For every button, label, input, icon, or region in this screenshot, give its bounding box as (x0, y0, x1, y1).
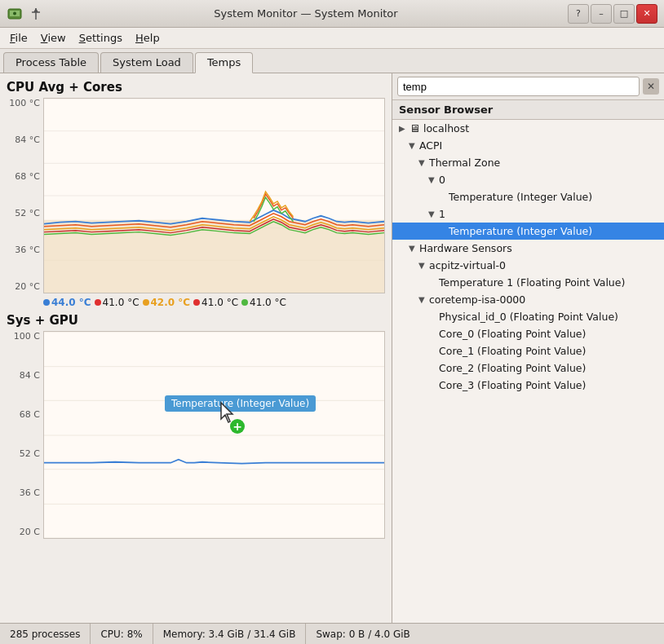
svg-rect-15 (44, 332, 384, 538)
tree-tz-0[interactable]: ▼ 0 (392, 171, 664, 188)
svg-marker-23 (221, 403, 232, 422)
tab-system-load[interactable]: System Load (100, 52, 193, 73)
temperature-tooltip: Temperature (Integer Value) (165, 395, 316, 412)
tree-physical-id[interactable]: Physical_id_0 (Floating Point Value) (392, 308, 664, 325)
menu-help[interactable]: Help (129, 30, 166, 46)
legend-dot-c2 (143, 299, 149, 306)
tree-acpitz-temp1[interactable]: Temperature 1 (Floating Point Value) (392, 274, 664, 291)
sys-y-axis: 100 C 84 C 68 C 52 C 36 C 20 C (7, 331, 43, 539)
legend-dot-c1 (95, 299, 101, 306)
legend-c2: 42.0 °C (143, 297, 191, 308)
menubar: File View Settings Help (0, 28, 664, 49)
expand-icon-acpi: ▼ (409, 141, 417, 150)
minimize-button[interactable]: – (591, 4, 612, 24)
titlebar: System Monitor — System Monitor ? – □ ✕ (0, 0, 664, 28)
expand-icon-coretemp: ▼ (418, 295, 427, 304)
pin-icon[interactable] (28, 6, 44, 22)
status-cpu: CPU: 8% (91, 624, 153, 644)
tree-acpitz-label: acpitz-virtual-0 (429, 259, 506, 271)
memory-label: Memory: 3.4 GiB / 31.4 GiB (163, 629, 296, 640)
expand-icon-localhost: ▶ (399, 124, 407, 133)
search-clear-button[interactable]: ✕ (643, 78, 659, 95)
expand-icon-tz1: ▼ (428, 210, 436, 218)
tree-tz-1[interactable]: ▼ 1 (392, 205, 664, 223)
tab-process-table[interactable]: Process Table (3, 52, 99, 73)
tree-acpitz[interactable]: ▼ acpitz-virtual-0 (392, 257, 664, 274)
tree-acpi-label: ACPI (419, 139, 442, 152)
legend-dot-c3 (193, 299, 200, 306)
tree-coretemp-label: coretemp-isa-0000 (429, 293, 525, 306)
tree-thermal-zone[interactable]: ▼ Thermal Zone (392, 154, 664, 171)
statusbar: 285 processes CPU: 8% Memory: 3.4 GiB / … (0, 623, 664, 644)
tree-physical-id-label: Physical_id_0 (Floating Point Value) (439, 311, 618, 323)
tree-acpi[interactable]: ▼ ACPI (392, 137, 664, 154)
monitor-icon: 🖥 (409, 122, 420, 135)
cursor-plus-icon: + (230, 419, 245, 434)
tree-tz-0-temp[interactable]: Temperature (Integer Value) (392, 188, 664, 205)
legend-val-c1: 41.0 °C (103, 297, 139, 308)
left-panel: CPU Avg + Cores 100 °C 84 °C 68 °C 52 °C… (0, 73, 392, 623)
tree-tz-1-label: 1 (439, 208, 445, 220)
tree-core-1[interactable]: Core_1 (Floating Point Value) (392, 342, 664, 359)
tree-core-3-label: Core_3 (Floating Point Value) (439, 379, 586, 391)
search-bar: ✕ (392, 73, 664, 100)
tree-core-0[interactable]: Core_0 (Floating Point Value) (392, 325, 664, 342)
menu-view[interactable]: View (34, 30, 73, 46)
right-panel: ✕ Sensor Browser ▶ 🖥 localhost ▼ ACPI (392, 73, 664, 623)
cpu-label: CPU: 8% (100, 629, 142, 640)
tree-coretemp[interactable]: ▼ coretemp-isa-0000 (392, 291, 664, 308)
legend-avg: 44.0 °C (43, 297, 91, 308)
tree-hw-sensors-label: Hardware Sensors (419, 242, 512, 254)
window-controls: ? – □ ✕ (568, 4, 657, 24)
cpu-chart-title: CPU Avg + Cores (7, 80, 385, 95)
titlebar-app-icons (7, 6, 44, 22)
menu-settings[interactable]: Settings (73, 30, 129, 46)
tree-tz-0-temp-label: Temperature (Integer Value) (449, 191, 592, 203)
app-icon (7, 6, 23, 22)
tree-core-2-label: Core_2 (Floating Point Value) (439, 362, 586, 374)
legend-val-c2: 42.0 °C (151, 297, 191, 308)
tree-localhost-label: localhost (423, 122, 469, 135)
tree-core-3[interactable]: Core_3 (Floating Point Value) (392, 377, 664, 394)
expand-icon-hw: ▼ (409, 244, 417, 253)
tab-temps[interactable]: Temps (195, 52, 253, 73)
cpu-y-axis: 100 °C 84 °C 68 °C 52 °C 36 °C 20 °C (7, 98, 43, 293)
tree-core-1-label: Core_1 (Floating Point Value) (439, 345, 586, 357)
cpu-chart-container: 100 °C 84 °C 68 °C 52 °C 36 °C 20 °C (7, 98, 385, 293)
sensor-tree: ▶ 🖥 localhost ▼ ACPI ▼ Thermal Zone (392, 120, 664, 623)
svg-marker-5 (33, 8, 38, 12)
sys-gpu-chart-title: Sys + GPU (7, 313, 385, 328)
swap-label: Swap: 0 B / 4.0 GiB (316, 629, 409, 640)
tree-core-0-label: Core_0 (Floating Point Value) (439, 328, 586, 340)
main-content: CPU Avg + Cores 100 °C 84 °C 68 °C 52 °C… (0, 73, 664, 623)
window-title: System Monitor — System Monitor (44, 7, 568, 20)
legend-val-c4: 41.0 °C (250, 297, 286, 308)
expand-icon-acpitz: ▼ (418, 261, 427, 270)
help-button[interactable]: ? (568, 4, 589, 24)
legend-c1: 41.0 °C (95, 297, 139, 308)
sys-chart-area: Temperature (Integer Value) + (43, 331, 385, 539)
expand-icon-thermal: ▼ (418, 158, 427, 167)
tree-localhost[interactable]: ▶ 🖥 localhost (392, 120, 664, 137)
legend-val-c3: 41.0 °C (201, 297, 238, 308)
tree-core-2[interactable]: Core_2 (Floating Point Value) (392, 359, 664, 377)
tree-tz-1-temp[interactable]: Temperature (Integer Value) (392, 223, 664, 240)
legend-c3: 41.0 °C (193, 297, 238, 308)
sys-gpu-chart-section: Sys + GPU 100 C 84 C 68 C 52 C 36 C 20 C (7, 313, 385, 539)
sensor-browser-label: Sensor Browser (392, 100, 664, 120)
legend-c4: 41.0 °C (241, 297, 286, 308)
legend-val-avg: 44.0 °C (51, 297, 91, 308)
status-memory: Memory: 3.4 GiB / 31.4 GiB (153, 624, 307, 644)
menu-file[interactable]: File (3, 30, 34, 46)
close-button[interactable]: ✕ (636, 4, 657, 24)
tree-thermal-zone-label: Thermal Zone (429, 157, 500, 169)
search-input[interactable] (397, 77, 640, 96)
tree-hardware-sensors[interactable]: ▼ Hardware Sensors (392, 240, 664, 257)
tree-tz-1-temp-label: Temperature (Integer Value) (449, 225, 592, 237)
maximize-button[interactable]: □ (613, 4, 635, 24)
status-processes: 285 processes (0, 624, 91, 644)
tabbar: Process Table System Load Temps (0, 49, 664, 73)
cpu-temp-legend: 44.0 °C 41.0 °C 42.0 °C 41.0 °C 41.0 °C (7, 293, 385, 308)
status-swap: Swap: 0 B / 4.0 GiB (306, 624, 419, 644)
legend-dot-c4 (241, 299, 248, 306)
